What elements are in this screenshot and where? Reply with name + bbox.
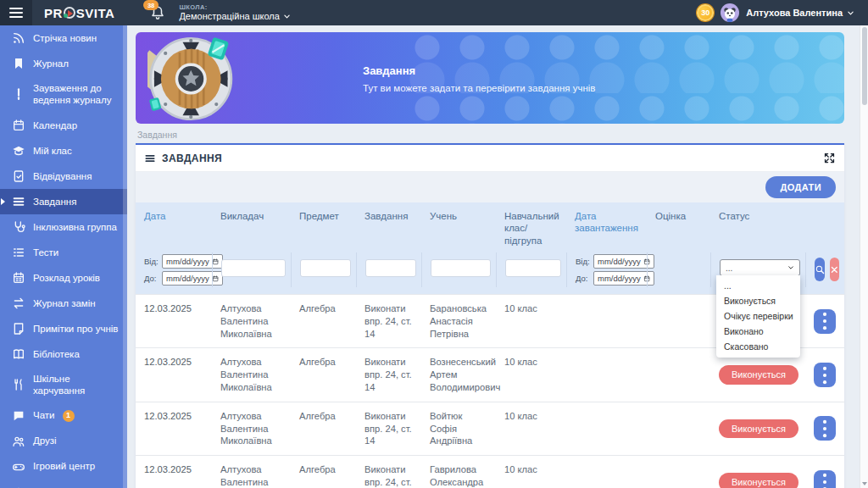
sidebar-item-label: Інклюзивна группа <box>33 221 117 233</box>
table-row: 12.03.2025 Алтухова Валентина Миколаївна… <box>136 455 844 488</box>
status-select[interactable]: ... <box>720 259 800 276</box>
row-actions-button[interactable] <box>814 416 836 441</box>
sidebar-item[interactable]: Бібліотека <box>0 341 127 367</box>
cell-upload-date <box>566 295 647 347</box>
sidebar-item[interactable]: Зауваження до ведення журналу <box>0 76 127 113</box>
sidebar-item-label: Журнал <box>33 58 69 69</box>
cell-teacher: Алтухова Валентина Миколаївна <box>212 348 291 401</box>
tasks-icon <box>12 195 25 208</box>
filter-student-input[interactable] <box>431 259 491 277</box>
status-option[interactable]: ... <box>716 278 800 293</box>
school-selector[interactable]: ШКОЛА: Демонстраційна школа <box>179 3 290 22</box>
cell-grade <box>647 456 710 488</box>
cell-student: Вознесенський Артем Володимирович <box>421 348 496 401</box>
status-option[interactable]: Виконано <box>716 324 800 339</box>
sidebar-item-label: Ігровий центр <box>33 460 95 472</box>
status-dropdown: ... Виконується Очікує перевірки Виконан… <box>716 275 800 358</box>
grad-cap-icon <box>12 144 25 158</box>
logo-play-icon <box>64 7 75 19</box>
attendance-icon <box>12 169 25 183</box>
cell-upload-date <box>566 456 647 488</box>
cell-teacher: Алтухова Валентина Миколаївна <box>212 402 291 455</box>
page-scrollbar[interactable] <box>860 25 868 488</box>
sidebar-item[interactable]: Відвідування <box>0 164 127 189</box>
school-label: ШКОЛА: <box>179 3 290 11</box>
cell-grade <box>647 295 710 347</box>
cell-date: 12.03.2025 <box>136 348 212 401</box>
sidebar-item[interactable]: Розклад уроків <box>0 265 127 291</box>
search-icon <box>815 264 825 274</box>
row-actions-button[interactable] <box>814 363 836 387</box>
row-actions-button[interactable] <box>814 309 836 334</box>
cell-task: Виконати впр. 24, ст. 14 <box>356 456 421 488</box>
filter-teacher-input[interactable] <box>221 259 286 277</box>
user-avatar[interactable] <box>721 3 739 22</box>
sidebar-item[interactable]: Ігровий центр <box>0 454 127 480</box>
filter-task-input[interactable] <box>365 259 416 277</box>
sidebar-item[interactable]: Учні <box>0 480 127 488</box>
column-header[interactable]: Учень <box>421 202 496 252</box>
status-option[interactable]: Скасовано <box>716 339 800 354</box>
main-content: Завдання Тут ви можете задати та перевір… <box>127 25 860 488</box>
menu-toggle-button[interactable] <box>0 0 32 25</box>
sidebar-item[interactable]: Завдання <box>0 189 127 214</box>
sidebar-item[interactable]: Чати 1 <box>0 403 127 429</box>
cell-subject: Алгебра <box>291 348 356 401</box>
logo-text-pre: PR <box>44 6 63 20</box>
add-task-button[interactable]: ДОДАТИ <box>765 176 836 198</box>
sidebar-item-label: Відвідування <box>33 170 92 182</box>
row-actions-button[interactable] <box>814 470 836 488</box>
column-header[interactable]: Предмет <box>291 202 356 252</box>
date-from-label: Від: <box>144 257 159 266</box>
column-header[interactable]: Викладач <box>212 202 291 252</box>
sidebar-item-label: Шкільне харчування <box>33 373 120 397</box>
chevron-down-icon <box>283 13 291 20</box>
banner-subtitle: Тут ви можете задати та перевірити завда… <box>363 83 595 93</box>
column-header[interactable]: Навчальний клас/підгрупа <box>496 202 566 252</box>
sidebar-item[interactable]: Шкільне харчування <box>0 367 127 403</box>
status-option[interactable]: Очікує перевірки <box>716 308 800 324</box>
upload-to-label: До: <box>576 274 591 283</box>
calendar-icon <box>12 119 25 132</box>
sidebar-item[interactable]: Мій клас <box>0 138 127 164</box>
friends-icon <box>12 435 25 448</box>
sidebar-item[interactable]: Друзі <box>0 429 127 454</box>
coins-badge: 30 <box>697 4 714 21</box>
sidebar-item[interactable]: Журнал замін <box>0 291 127 316</box>
filter-group-input[interactable] <box>505 259 561 277</box>
panel-title: ЗАВДАННЯ <box>162 152 222 164</box>
column-header[interactable]: Оцінка <box>647 202 710 252</box>
clear-filters-button[interactable] <box>830 258 839 281</box>
inclusive-icon <box>12 220 25 234</box>
expand-icon[interactable] <box>823 152 836 164</box>
notifications-bell-button[interactable]: 38 <box>150 5 165 20</box>
user-menu[interactable]: Алтухова Валентина <box>746 8 854 18</box>
status-option[interactable]: Виконується <box>716 293 800 308</box>
sidebar-item-label: Тести <box>33 247 58 258</box>
sidebar-item-label: Бібліотека <box>33 348 80 360</box>
date-to-label: До: <box>144 274 159 283</box>
cell-student: Войтюк Софія Андріївна <box>421 402 496 455</box>
column-header[interactable]: Завдання <box>356 202 421 252</box>
column-header[interactable]: Дата <box>136 202 212 252</box>
column-header[interactable]: Дата завантаження <box>566 202 647 252</box>
sidebar-item[interactable]: Журнал <box>0 51 127 76</box>
upload-date-to-input[interactable]: mm/dd/yyyy <box>593 271 654 286</box>
sidebar-item[interactable]: Інклюзивна группа <box>0 214 127 240</box>
cell-date: 12.03.2025 <box>136 456 212 488</box>
cell-upload-date <box>566 402 647 455</box>
panda-avatar-icon <box>721 5 738 22</box>
sidebar-item-label: Календар <box>33 119 77 131</box>
column-header[interactable]: Статус <box>710 202 805 252</box>
sidebar-item[interactable]: Календар <box>0 113 127 138</box>
cell-task: Виконати впр. 24, ст. 14 <box>356 402 421 455</box>
sidebar-item[interactable]: Примітки про учнів <box>0 316 127 341</box>
scroll-down-arrow[interactable] <box>862 482 867 485</box>
sidebar-item[interactable]: Стрічка новин <box>0 25 127 51</box>
sidebar-item[interactable]: Тести <box>0 240 127 265</box>
filter-subject-input[interactable] <box>300 259 351 277</box>
scrollbar-thumb[interactable] <box>862 27 867 105</box>
upload-date-from-input[interactable]: mm/dd/yyyy <box>593 254 654 269</box>
sidebar: Стрічка новин Журнал Зауваження до веден… <box>0 25 127 488</box>
search-button[interactable] <box>815 258 825 281</box>
